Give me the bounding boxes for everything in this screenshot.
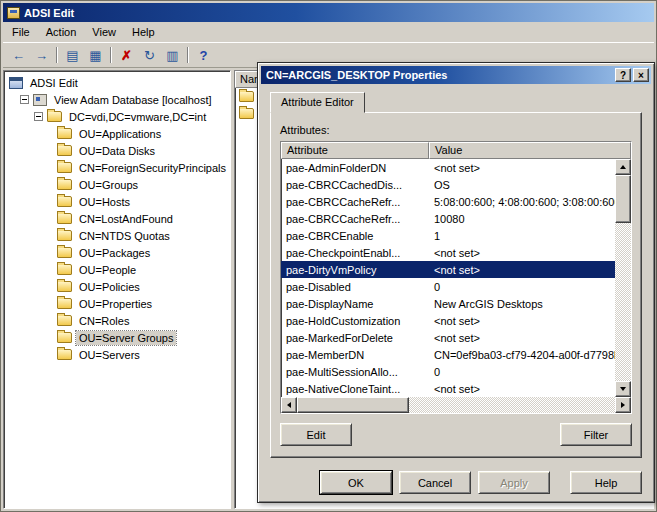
filter-button[interactable]: Filter xyxy=(560,423,632,446)
tree-item-applications[interactable]: OU=Applications xyxy=(4,125,230,142)
table-row-selected[interactable]: pae-DirtyVmPolicy <not set> xyxy=(281,261,615,278)
ok-button[interactable]: OK xyxy=(320,471,392,494)
horizontal-scrollbar[interactable] xyxy=(281,397,631,413)
menu-file[interactable]: File xyxy=(4,23,38,41)
tree-item-adam-database[interactable]: View Adam Database [localhost] xyxy=(4,91,230,108)
table-row[interactable]: pae-MarkedForDelete <not set> xyxy=(281,329,615,346)
scroll-left-icon xyxy=(287,402,291,408)
forward-icon[interactable]: → xyxy=(30,45,53,66)
folder-icon xyxy=(57,264,72,275)
table-row[interactable]: pae-CBRCCacheRefr... 5:08:00:600; 4:08:0… xyxy=(281,193,615,210)
collapse-expander-icon[interactable] xyxy=(34,112,43,121)
tree-item-lost-and-found[interactable]: CN=LostAndFound xyxy=(4,210,230,227)
folder-icon xyxy=(57,128,72,139)
tree-item-naming-context[interactable]: DC=vdi,DC=vmware,DC=int xyxy=(4,108,230,125)
tree-item-data-disks[interactable]: OU=Data Disks xyxy=(4,142,230,159)
folder-icon xyxy=(57,349,72,360)
tree-item-label: OU=Data Disks xyxy=(76,144,158,158)
folder-icon xyxy=(57,179,72,190)
folder-icon xyxy=(57,247,72,258)
menu-action[interactable]: Action xyxy=(38,23,85,41)
help-icon[interactable]: ? xyxy=(192,45,215,66)
cancel-button[interactable]: Cancel xyxy=(399,471,471,494)
value-cell: 1 xyxy=(429,230,615,242)
tree-item-packages[interactable]: OU=Packages xyxy=(4,244,230,261)
tree-item-adsi-edit-root[interactable]: ADSI Edit xyxy=(4,74,230,91)
menu-help[interactable]: Help xyxy=(124,23,163,41)
table-row[interactable]: pae-NativeCloneTaint... <not set> xyxy=(281,380,615,397)
tree-item-label: CN=ForeignSecurityPrincipals xyxy=(76,161,229,175)
adsi-edit-app-icon xyxy=(7,7,20,19)
attribute-cell: pae-AdminFolderDN xyxy=(281,162,429,174)
attribute-cell: pae-CheckpointEnabl... xyxy=(281,247,429,259)
edit-button[interactable]: Edit xyxy=(280,423,352,446)
table-row[interactable]: pae-MultiSessionAllo... 0 xyxy=(281,363,615,380)
scroll-left-button[interactable] xyxy=(281,397,297,413)
horizontal-scroll-track[interactable] xyxy=(297,397,615,413)
scroll-right-icon xyxy=(621,402,625,408)
value-cell: 0 xyxy=(429,366,615,378)
table-row[interactable]: pae-CBRCCachedDis... OS xyxy=(281,176,615,193)
tree-item-groups[interactable]: OU=Groups xyxy=(4,176,230,193)
tree-item-label: OU=Server Groups xyxy=(76,331,176,345)
vertical-scroll-thumb[interactable] xyxy=(615,175,631,223)
attribute-cell: pae-CBRCCacheRefr... xyxy=(281,196,429,208)
folder-icon xyxy=(57,230,72,241)
attribute-editor-page: Attributes: Attribute Value pae-AdminFol… xyxy=(270,112,642,458)
table-row[interactable]: pae-CheckpointEnabl... <not set> xyxy=(281,244,615,261)
tree-item-server-groups[interactable]: OU=Server Groups xyxy=(4,329,230,346)
folder-icon xyxy=(239,108,254,119)
tab-attribute-editor[interactable]: Attribute Editor xyxy=(270,92,365,113)
table-row[interactable]: pae-CBRCEnable 1 xyxy=(281,227,615,244)
tree-item-properties[interactable]: OU=Properties xyxy=(4,295,230,312)
table-row[interactable]: pae-DisplayName New ArcGIS Desktops xyxy=(281,295,615,312)
attribute-column-header[interactable]: Attribute xyxy=(281,142,429,159)
dialog-titlebar[interactable]: CN=ARCGIS_DESKTOP Properties ? × xyxy=(261,66,651,84)
table-row[interactable]: pae-HoldCustomization <not set> xyxy=(281,312,615,329)
export-list-icon[interactable]: ▥ xyxy=(161,45,184,66)
collapse-expander-icon[interactable] xyxy=(20,95,29,104)
attribute-cell: pae-DisplayName xyxy=(281,298,429,310)
toolbar-separator xyxy=(187,47,189,63)
apply-button[interactable]: Apply xyxy=(478,471,550,494)
scroll-right-button[interactable] xyxy=(615,397,631,413)
window-title: ADSI Edit xyxy=(24,7,74,19)
table-row[interactable]: pae-AdminFolderDN <not set> xyxy=(281,159,615,176)
tree-item-label: OU=People xyxy=(76,263,139,277)
dialog-help-button[interactable]: ? xyxy=(615,68,631,82)
folder-icon xyxy=(57,298,72,309)
tree-item-roles[interactable]: CN=Roles xyxy=(4,312,230,329)
back-icon[interactable]: ← xyxy=(7,45,30,66)
menu-view[interactable]: View xyxy=(84,23,124,41)
help-button[interactable]: Help xyxy=(570,471,642,494)
properties-icon[interactable]: ▦ xyxy=(84,45,107,66)
window-titlebar[interactable]: ADSI Edit xyxy=(3,3,654,22)
dialog-close-button[interactable]: × xyxy=(633,68,649,82)
show-console-tree-icon[interactable]: ▤ xyxy=(61,45,84,66)
value-cell: New ArcGIS Desktops xyxy=(429,298,615,310)
refresh-icon[interactable]: ↻ xyxy=(138,45,161,66)
menu-bar: File Action View Help xyxy=(3,22,654,42)
page-button-row: Edit Filter xyxy=(280,423,632,446)
tree-item-ntds-quotas[interactable]: CN=NTDS Quotas xyxy=(4,227,230,244)
delete-icon[interactable]: ✗ xyxy=(115,45,138,66)
horizontal-scroll-thumb[interactable] xyxy=(297,397,409,413)
attribute-cell: pae-CBRCCachedDis... xyxy=(281,179,429,191)
table-row[interactable]: pae-CBRCCacheRefr... 10080 xyxy=(281,210,615,227)
tree-item-people[interactable]: OU=People xyxy=(4,261,230,278)
tree-item-hosts[interactable]: OU=Hosts xyxy=(4,193,230,210)
value-cell: OS xyxy=(429,179,615,191)
value-column-header[interactable]: Value xyxy=(429,142,631,159)
table-row[interactable]: pae-MemberDN CN=0ef9ba03-cf79-4204-a00f-… xyxy=(281,346,615,363)
tree-item-servers[interactable]: OU=Servers xyxy=(4,346,230,363)
scroll-down-button[interactable] xyxy=(615,381,631,397)
vertical-scroll-track[interactable] xyxy=(615,175,631,381)
value-cell: <not set> xyxy=(429,332,615,344)
vertical-scrollbar[interactable] xyxy=(615,159,631,397)
tree-item-foreign-security-principals[interactable]: CN=ForeignSecurityPrincipals xyxy=(4,159,230,176)
scroll-up-button[interactable] xyxy=(615,159,631,175)
tree-item-policies[interactable]: OU=Policies xyxy=(4,278,230,295)
tree-item-label: OU=Servers xyxy=(76,348,143,362)
table-row[interactable]: pae-Disabled 0 xyxy=(281,278,615,295)
value-cell: <not set> xyxy=(429,162,615,174)
